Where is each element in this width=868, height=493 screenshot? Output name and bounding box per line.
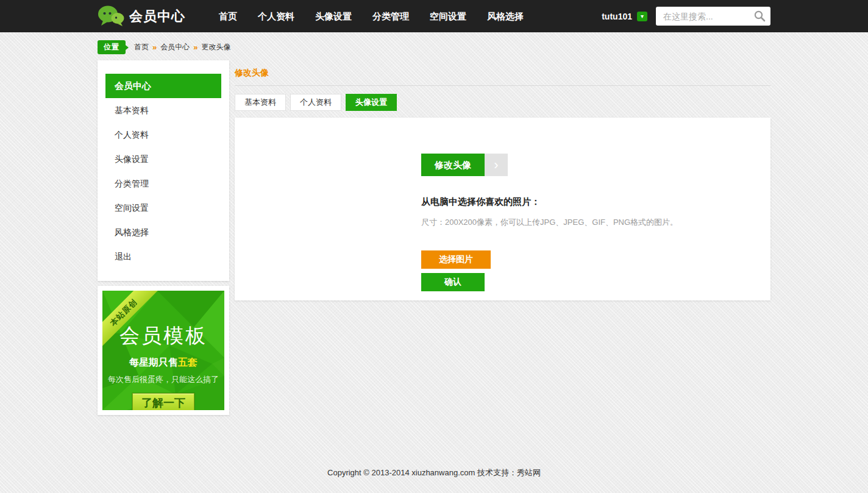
ad-title: 会员模板 bbox=[102, 322, 224, 350]
sidebar-item-space-settings[interactable]: 空间设置 bbox=[98, 196, 229, 220]
breadcrumb-current: 更改头像 bbox=[201, 42, 230, 52]
size-hint: 尺寸：200X200像素，你可以上传JPG、JPEG、GIF、PNG格式的图片。 bbox=[421, 217, 770, 228]
sidebar-item-logout[interactable]: 退出 bbox=[98, 244, 229, 269]
change-avatar-row: 修改头像 › bbox=[421, 154, 770, 176]
top-header: 会员中心 首页 个人资料 头像设置 分类管理 空间设置 风格选择 tutu101… bbox=[0, 0, 868, 32]
choose-photo-heading: 从电脑中选择你喜欢的照片： bbox=[421, 196, 770, 208]
ad-banner-inner: 本站原创 会员模板 每星期只售五套 每次售后很蛋疼，只能这么搞了 了解一下 bbox=[102, 291, 224, 410]
ad-subtitle-highlight: 五套 bbox=[178, 357, 197, 367]
username: tutu101 bbox=[602, 12, 632, 21]
confirm-button[interactable]: 确认 bbox=[421, 273, 485, 291]
page-title: 修改头像 bbox=[235, 60, 770, 85]
breadcrumb-separator-icon: » bbox=[152, 43, 157, 52]
nav-item-space[interactable]: 空间设置 bbox=[419, 0, 477, 32]
next-step-button[interactable]: › bbox=[485, 154, 508, 176]
breadcrumb-separator-icon: » bbox=[193, 43, 197, 52]
footer: Copyright © 2013-2014 xiuzhanwang.com 技术… bbox=[0, 467, 868, 493]
nav-item-categories[interactable]: 分类管理 bbox=[362, 0, 419, 32]
nav-item-style[interactable]: 风格选择 bbox=[477, 0, 534, 32]
breadcrumb-link-home[interactable]: 首页 bbox=[134, 42, 149, 52]
chat-bubbles-icon bbox=[98, 5, 124, 28]
chevron-right-icon: › bbox=[494, 157, 498, 173]
tab-bar: 基本资料 个人资料 头像设置 bbox=[235, 94, 770, 111]
ad-banner[interactable]: 本站原创 会员模板 每星期只售五套 每次售后很蛋疼，只能这么搞了 了解一下 bbox=[98, 286, 229, 415]
avatar-panel: 修改头像 › 从电脑中选择你喜欢的照片： 尺寸：200X200像素，你可以上传J… bbox=[235, 118, 770, 300]
search-icon[interactable] bbox=[753, 10, 766, 24]
ad-tagline: 每次售后很蛋疼，只能这么搞了 bbox=[102, 374, 224, 385]
copyright-text: Copyright © 2013-2014 xiuzhanwang.com 技术… bbox=[327, 468, 541, 477]
ad-learn-more-button[interactable]: 了解一下 bbox=[132, 393, 194, 410]
nav-item-profile[interactable]: 个人资料 bbox=[247, 0, 305, 32]
tab-basic-info[interactable]: 基本资料 bbox=[235, 94, 286, 111]
user-dropdown-button[interactable]: ▾ bbox=[637, 12, 647, 21]
change-avatar-button[interactable]: 修改头像 bbox=[421, 154, 485, 176]
chevron-down-icon: ▾ bbox=[641, 13, 644, 20]
sidebar-item-categories[interactable]: 分类管理 bbox=[98, 171, 229, 196]
select-image-button[interactable]: 选择图片 bbox=[421, 250, 491, 269]
user-area: tutu101 ▾ bbox=[602, 7, 770, 26]
sidebar: 会员中心 基本资料 个人资料 头像设置 分类管理 空间设置 风格选择 退出 bbox=[98, 60, 229, 415]
tab-avatar-settings[interactable]: 头像设置 bbox=[346, 94, 397, 111]
logo[interactable]: 会员中心 bbox=[98, 5, 185, 28]
search-box bbox=[656, 7, 770, 26]
sidebar-item-style[interactable]: 风格选择 bbox=[98, 220, 229, 244]
title-divider bbox=[235, 85, 770, 86]
nav-item-avatar[interactable]: 头像设置 bbox=[305, 0, 362, 32]
logo-title: 会员中心 bbox=[129, 7, 185, 26]
main-nav: 首页 个人资料 头像设置 分类管理 空间设置 风格选择 bbox=[208, 0, 534, 32]
breadcrumb: 位置 首页 » 会员中心 » 更改头像 bbox=[98, 32, 770, 60]
sidebar-item-profile[interactable]: 个人资料 bbox=[98, 122, 229, 147]
sidebar-item-member-center[interactable]: 会员中心 bbox=[105, 74, 221, 98]
sidebar-item-basic-info[interactable]: 基本资料 bbox=[98, 98, 229, 122]
sidebar-menu: 会员中心 基本资料 个人资料 头像设置 分类管理 空间设置 风格选择 退出 bbox=[98, 60, 229, 281]
breadcrumb-link-member-center[interactable]: 会员中心 bbox=[160, 42, 190, 52]
main-content: 修改头像 基本资料 个人资料 头像设置 修改头像 › 从电脑中选择你喜欢的照片：… bbox=[235, 60, 770, 300]
sidebar-item-avatar-settings[interactable]: 头像设置 bbox=[98, 147, 229, 171]
ad-subtitle: 每星期只售五套 bbox=[102, 356, 224, 369]
nav-item-home[interactable]: 首页 bbox=[208, 0, 247, 32]
location-badge: 位置 bbox=[98, 40, 126, 54]
tab-profile[interactable]: 个人资料 bbox=[290, 94, 341, 111]
